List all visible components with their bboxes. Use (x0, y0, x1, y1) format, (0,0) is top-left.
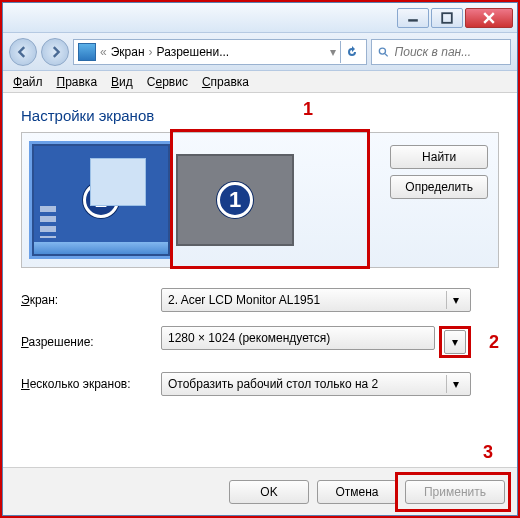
resolution-dropdown[interactable]: 1280 × 1024 (рекомендуется) (161, 326, 435, 350)
annotation-3: 3 (483, 442, 493, 463)
breadcrumb-sub[interactable]: Разрешени... (157, 45, 230, 59)
window-thumb (90, 158, 146, 206)
annotation-2: 2 (489, 332, 499, 353)
apply-button[interactable]: Применить (405, 480, 505, 504)
forward-button[interactable] (41, 38, 69, 66)
screen-dropdown[interactable]: 2. Acer LCD Monitor AL1951 ▾ (161, 288, 471, 312)
identify-button[interactable]: Определить (390, 175, 488, 199)
taskbar-thumb (34, 242, 168, 254)
multi-label: Несколько экранов: (21, 377, 161, 391)
titlebar (3, 3, 517, 33)
resolution-value: 1280 × 1024 (рекомендуется) (168, 331, 428, 345)
resolution-label: Разрешение: (21, 335, 161, 349)
chevron-right-icon: › (149, 45, 153, 59)
screen-value: 2. Acer LCD Monitor AL1951 (168, 293, 442, 307)
close-button[interactable] (465, 8, 513, 28)
annotation-box-2: ▾ (439, 326, 471, 358)
monitor-badge-1: 1 (217, 182, 253, 218)
monitor-1[interactable]: 1 (176, 154, 294, 246)
svg-rect-1 (442, 13, 452, 23)
address-bar[interactable]: « Экран › Разрешени... ▾ (73, 39, 367, 65)
maximize-button[interactable] (431, 8, 463, 28)
menu-tools[interactable]: Сервис (147, 75, 188, 89)
menu-edit[interactable]: Правка (57, 75, 98, 89)
cancel-button[interactable]: Отмена (317, 480, 397, 504)
window: « Экран › Разрешени... ▾ Файл Правка Вид… (2, 2, 518, 516)
ok-button[interactable]: OK (229, 480, 309, 504)
chevron-down-icon[interactable]: ▾ (446, 375, 464, 393)
chevron-down-icon[interactable]: ▾ (446, 291, 464, 309)
menu-file[interactable]: Файл (13, 75, 43, 89)
multi-dropdown[interactable]: Отобразить рабочий стол только на 2 ▾ (161, 372, 471, 396)
search-box[interactable] (371, 39, 511, 65)
menu-view[interactable]: Вид (111, 75, 133, 89)
screen-label: Экран: (21, 293, 161, 307)
svg-point-4 (379, 48, 385, 54)
back-button[interactable] (9, 38, 37, 66)
page-title: Настройки экранов (21, 107, 499, 124)
annotation-1: 1 (303, 99, 313, 120)
monitor-preview: 2 1 Найти Определить (21, 132, 499, 268)
monitor-2[interactable]: 2 (32, 144, 170, 256)
multi-value: Отобразить рабочий стол только на 2 (168, 377, 442, 391)
refresh-button[interactable] (340, 41, 362, 63)
menubar: Файл Правка Вид Сервис Справка (3, 71, 517, 93)
screen-icon (78, 43, 96, 61)
find-button[interactable]: Найти (390, 145, 488, 169)
content: Настройки экранов 1 2 1 Найти Определить… (3, 93, 517, 467)
settings-form: Экран: 2. Acer LCD Monitor AL1951 ▾ Разр… (21, 288, 499, 396)
desktop-icons (40, 206, 56, 238)
minimize-button[interactable] (397, 8, 429, 28)
chevron-down-icon[interactable]: ▾ (330, 45, 336, 59)
search-icon (378, 46, 389, 58)
breadcrumb-sep-icon: « (100, 45, 107, 59)
breadcrumb-root[interactable]: Экран (111, 45, 145, 59)
navbar: « Экран › Разрешени... ▾ (3, 33, 517, 71)
resolution-expand-button[interactable]: ▾ (444, 330, 466, 354)
monitor-side-buttons: Найти Определить (390, 145, 488, 199)
search-input[interactable] (393, 44, 504, 60)
menu-help[interactable]: Справка (202, 75, 249, 89)
footer: OK Отмена Применить (3, 467, 517, 515)
svg-line-5 (385, 53, 388, 56)
